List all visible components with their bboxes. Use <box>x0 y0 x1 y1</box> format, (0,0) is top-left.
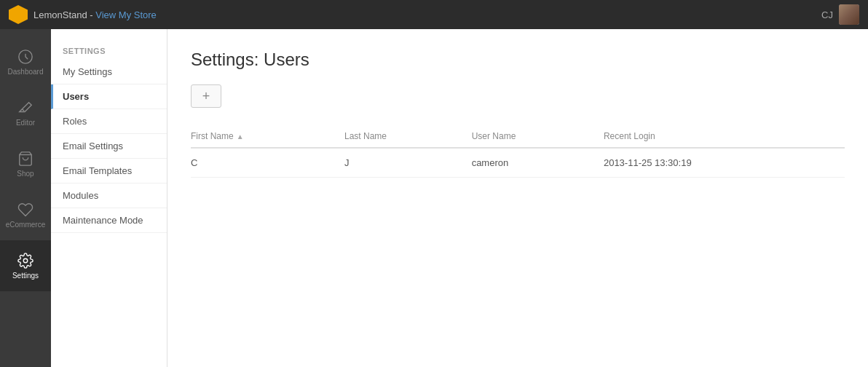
sidebar-item-maintenance-mode[interactable]: Maintenance Mode <box>51 208 167 233</box>
page-title: Settings: Users <box>191 50 845 70</box>
sidebar-item-shop[interactable]: Shop <box>0 138 51 189</box>
sidebar-item-settings[interactable]: Settings <box>0 240 51 291</box>
dashboard-icon <box>17 49 33 65</box>
table-row[interactable]: CJcameron2013-11-25 13:30:19 <box>191 148 845 178</box>
shop-label: Shop <box>17 170 33 178</box>
sidebar-item-roles[interactable]: Roles <box>51 109 167 134</box>
cell-user_name: cameron <box>472 148 604 178</box>
lemonstand-logo-icon <box>9 5 28 24</box>
cell-recent_login: 2013-11-25 13:30:19 <box>604 148 845 178</box>
users-table: First Name ▲ Last Name User Name Recent … <box>191 125 845 178</box>
shop-icon <box>17 151 33 167</box>
col-first-name[interactable]: First Name ▲ <box>191 125 344 148</box>
sidebar-item-users[interactable]: Users <box>51 84 167 109</box>
cell-last_name: J <box>344 148 472 178</box>
editor-icon <box>17 100 33 116</box>
ecommerce-label: eCommerce <box>6 221 45 229</box>
dashboard-label: Dashboard <box>8 68 44 76</box>
sidebar-item-dashboard[interactable]: Dashboard <box>0 36 51 87</box>
col-recent-login: Recent Login <box>604 125 845 148</box>
topbar-title: LemonStand - View My Store <box>33 9 157 20</box>
topbar: LemonStand - View My Store CJ <box>0 0 868 29</box>
table-header: First Name ▲ Last Name User Name Recent … <box>191 125 845 148</box>
table-body: CJcameron2013-11-25 13:30:19 <box>191 148 845 178</box>
editor-label: Editor <box>16 119 35 127</box>
sidebar-item-my-settings[interactable]: My Settings <box>51 60 167 84</box>
add-user-button[interactable]: + <box>191 84 221 108</box>
ecommerce-icon <box>17 202 33 218</box>
avatar-image <box>839 4 859 25</box>
sidebar-section-label: Settings <box>51 41 167 60</box>
icon-nav: Dashboard Editor Shop eCommerce Settings <box>0 29 51 367</box>
sidebar-item-editor[interactable]: Editor <box>0 87 51 138</box>
col-user-name: User Name <box>472 125 604 148</box>
sidebar-item-ecommerce[interactable]: eCommerce <box>0 189 51 240</box>
sidebar: Settings My Settings Users Roles Email S… <box>51 29 167 367</box>
settings-label: Settings <box>12 272 39 280</box>
sidebar-item-modules[interactable]: Modules <box>51 184 167 208</box>
user-initials: CJ <box>821 9 833 20</box>
view-store-link[interactable]: View My Store <box>95 9 157 20</box>
topbar-right: CJ <box>821 4 859 25</box>
svg-point-2 <box>23 259 28 263</box>
brand-name: LemonStand - <box>33 9 95 20</box>
avatar[interactable] <box>839 4 859 25</box>
topbar-left: LemonStand - View My Store <box>9 5 157 24</box>
col-last-name: Last Name <box>344 125 472 148</box>
sidebar-item-email-templates[interactable]: Email Templates <box>51 159 167 184</box>
settings-icon <box>17 253 33 269</box>
cell-first_name: C <box>191 148 344 178</box>
main-content: Settings: Users + First Name ▲ Last Name… <box>167 29 868 367</box>
sidebar-item-email-settings[interactable]: Email Settings <box>51 134 167 159</box>
sort-arrow-icon: ▲ <box>237 133 244 141</box>
